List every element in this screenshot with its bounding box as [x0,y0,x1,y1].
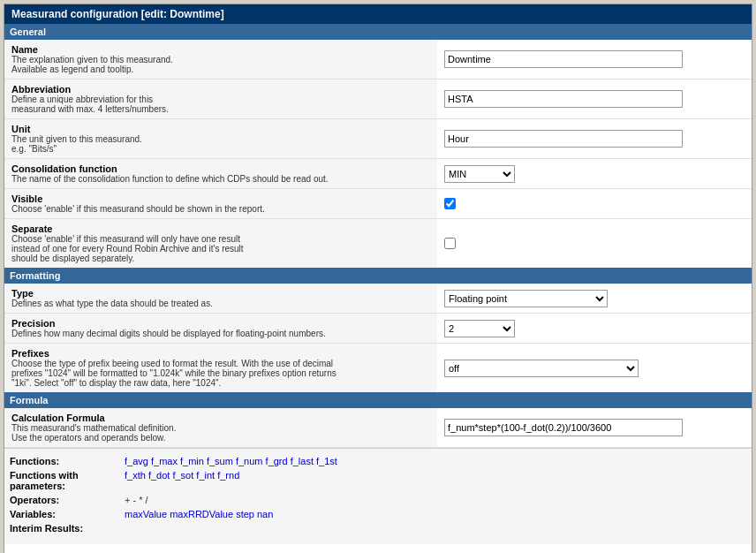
functions-params-label: Functions withparameters: [10,470,125,491]
prefixes-label: Prefixes [11,348,430,359]
functions-params-row: Functions withparameters: f_xth f_dot f_… [10,470,746,491]
operators-label: Operators: [10,495,125,505]
form-row-visible: Visible Choose 'enable' if this measuran… [4,189,752,219]
interim-row: Interim Results: [10,523,746,534]
type-desc: Defines as what type the data should be … [11,299,430,308]
form-row-abbreviation: Abbreviation Define a unique abbreviatio… [4,80,752,119]
type-select[interactable]: Floating point Integer String [444,290,608,307]
info-section: Functions: f_avg f_max f_min f_sum f_num… [4,448,752,544]
type-label: Type [11,288,430,299]
window-title: Measurand configuration [edit: Downtime] [11,8,224,20]
precision-desc: Defines how many decimal digits should b… [11,329,430,338]
functions-value: f_avg f_max f_min f_sum f_num f_grd f_la… [125,456,337,466]
unit-input[interactable] [444,130,683,148]
form-row-precision: Precision Defines how many decimal digit… [4,314,752,344]
prefixes-select[interactable]: off decimal binary [444,360,639,377]
form-row-name: Name The explanation given to this measu… [4,40,752,80]
functions-label: Functions: [10,456,125,466]
form-row-type: Type Defines as what type the data shoul… [4,284,752,314]
abbreviation-label: Abbreviation [11,84,430,95]
consolidation-select[interactable]: MIN MAX AVERAGE LAST [444,165,515,183]
main-window: Measurand configuration [edit: Downtime]… [4,4,752,553]
operators-row: Operators: + - * / [10,495,746,505]
unit-label: Unit [11,124,430,134]
section-header-formula: Formula [4,392,752,408]
functions-row: Functions: f_avg f_max f_min f_sum f_num… [10,456,746,466]
name-input[interactable] [444,50,683,68]
bottom-spacer [4,544,752,553]
separate-label: Separate [11,223,430,234]
abbreviation-desc: Define a unique abbreviation for thismea… [11,95,430,114]
interim-label: Interim Results: [10,523,125,534]
name-label: Name [11,44,430,55]
form-row-prefixes: Prefixes Choose the type of prefix beein… [4,344,752,392]
operators-value: + - * / [125,495,148,505]
precision-select[interactable]: 0 1 2 3 4 [444,320,515,337]
consolidation-label: Consolidation function [11,163,430,174]
separate-desc: Choose 'enable' if this measurand will o… [11,234,430,263]
separate-checkbox[interactable] [444,238,456,249]
variables-row: Variables: maxValue maxRRDValue step nan [10,509,746,519]
form-row-unit: Unit The unit given to this measurand.e.… [4,119,752,159]
precision-label: Precision [11,318,430,329]
visible-desc: Choose 'enable' if this measurand should… [11,204,430,214]
calc-formula-input[interactable] [444,419,683,436]
form-row-calc-formula: Calculation Formula This measurand's mat… [4,408,752,448]
section-header-formatting: Formatting [4,268,752,284]
functions-params-value: f_xth f_dot f_sot f_int f_rnd [125,470,239,481]
calc-formula-desc: This measurand's mathematical definition… [11,423,430,443]
visible-label: Visible [11,193,430,204]
abbreviation-input[interactable] [444,90,683,108]
name-desc: The explanation given to this measurand.… [11,55,430,74]
title-bar: Measurand configuration [edit: Downtime] [4,4,752,24]
variables-label: Variables: [10,509,125,519]
section-header-general: General [4,24,752,40]
prefixes-desc: Choose the type of prefix beeing used to… [11,359,430,388]
unit-desc: The unit given to this measurand.e.g. "B… [11,134,430,154]
consolidation-desc: The name of the consolidation function t… [11,174,430,184]
form-row-consolidation: Consolidation function The name of the c… [4,159,752,189]
visible-checkbox[interactable] [444,198,456,209]
calc-formula-label: Calculation Formula [11,413,430,423]
form-row-separate: Separate Choose 'enable' if this measura… [4,219,752,268]
variables-value: maxValue maxRRDValue step nan [125,509,273,519]
